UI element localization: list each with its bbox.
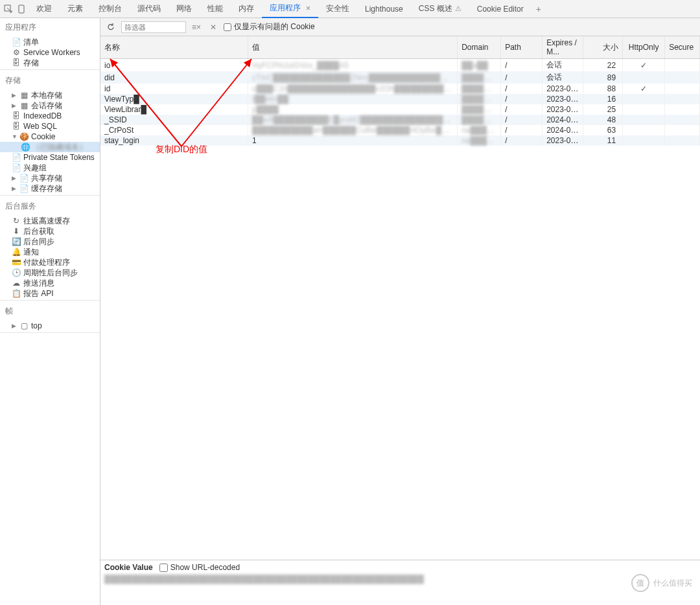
sync-icon: 🔄 xyxy=(12,237,21,246)
sidebar-item-label: 后台同步 xyxy=(23,236,54,247)
cloud-icon: ☁ xyxy=(12,279,21,288)
only-issues-label: 仅显示有问题的 Cookie xyxy=(234,21,315,32)
table-row[interactable]: idu███C1h████████████████v2Oh██████████X… xyxy=(100,84,700,94)
url-decoded-label: Show URL-decoded xyxy=(170,563,240,572)
sidebar-item[interactable]: ▶▦会话存储 xyxy=(0,100,100,111)
table-header-cell[interactable]: 值 xyxy=(248,36,458,59)
sidebar-item[interactable]: 🌐（已隐藏域名） xyxy=(0,142,100,152)
sidebar-item[interactable]: 📄兴趣组 xyxy=(0,163,100,173)
table-cell: / xyxy=(501,135,542,146)
expand-arrow-icon[interactable]: ▶ xyxy=(12,102,17,109)
sidebar-item[interactable]: ⚙Service Workers xyxy=(0,47,100,58)
only-issues-checkbox[interactable]: 仅显示有问题的 Cookie xyxy=(224,21,315,32)
table-row[interactable]: ViewLibrar█p████████████/2023-07-19...25 xyxy=(100,104,700,115)
sidebar-item[interactable]: 🗄Web SQL xyxy=(0,121,100,131)
sidebar-item[interactable]: ⬇后台获取 xyxy=(0,226,100,236)
table-row[interactable]: ViewTyp█t██elin██████████/2023-07-19...1… xyxy=(100,94,700,104)
delete-all-icon[interactable]: ✕ xyxy=(207,21,220,34)
cookie-panel: ≡× ✕ 仅显示有问题的 Cookie 名称值DomainPathExpires… xyxy=(100,18,700,605)
sidebar-item[interactable]: ▶📄共享存储 xyxy=(0,173,100,183)
table-cell: na███r███ xyxy=(458,135,501,146)
tab-6[interactable]: 内存 xyxy=(231,0,262,18)
table-row[interactable]: _CrPoSt███████████aH██████CuBw██████HOyB… xyxy=(100,125,700,135)
url-decoded-checkbox[interactable]: Show URL-decoded xyxy=(159,563,240,572)
table-header-cell[interactable]: Expires / M... xyxy=(542,36,583,59)
expand-arrow-icon[interactable]: ▶ xyxy=(12,92,17,98)
table-header-cell[interactable]: 大小 xyxy=(583,36,623,59)
sidebar-item[interactable]: ▼🍪Cookie xyxy=(0,131,100,142)
sidebar-item[interactable]: 📄清单 xyxy=(0,37,100,47)
sidebar-item[interactable]: ▶📄缓存存储 xyxy=(0,183,100,194)
db-icon: 🗄 xyxy=(12,58,21,67)
expand-arrow-icon[interactable]: ▶ xyxy=(12,323,17,329)
table-cell xyxy=(623,125,665,135)
sidebar-item[interactable]: 🔔通知 xyxy=(0,247,100,257)
table-cell: cTtnC██████████████ZNnc█████████████████… xyxy=(248,71,458,84)
table-row[interactable]: _SSID██w9██████████E█yrsM2██████████████… xyxy=(100,115,700,125)
table-cell xyxy=(665,59,700,72)
table-cell: 88 xyxy=(583,84,623,94)
tab-1[interactable]: 元素 xyxy=(60,0,91,18)
sidebar-item[interactable]: 🕒周期性后台同步 xyxy=(0,268,100,278)
sidebar-item[interactable]: 📋报告 API xyxy=(0,288,100,299)
table-row[interactable]: didcTtnC██████████████ZNnc██████████████… xyxy=(100,71,700,84)
expand-arrow-icon[interactable]: ▶ xyxy=(12,185,17,192)
table-header-cell[interactable]: Secure xyxy=(665,36,700,59)
db-icon: 🗄 xyxy=(12,122,21,131)
tab-0[interactable]: 欢迎 xyxy=(29,0,60,18)
tab-3[interactable]: 源代码 xyxy=(130,0,169,18)
sidebar-item[interactable]: 🗄IndexedDB xyxy=(0,111,100,121)
tab-10[interactable]: CSS 概述⚠ xyxy=(411,0,469,18)
table-row[interactable]: ioHyFCPhUuIGVox_████A5██a██/会话22✓ xyxy=(100,59,700,72)
table-cell xyxy=(623,71,665,84)
tab-7[interactable]: 应用程序× xyxy=(262,0,318,18)
sidebar-item[interactable]: 📄Private State Tokens xyxy=(0,152,100,163)
table-header-cell[interactable]: 名称 xyxy=(100,36,248,59)
table-cell: 2023-07-19... xyxy=(542,104,583,115)
sidebar-item[interactable]: ↻往返高速缓存 xyxy=(0,216,100,226)
add-tab-icon[interactable]: + xyxy=(533,3,544,15)
cookie-icon: 🍪 xyxy=(19,132,29,141)
close-tab-icon[interactable]: × xyxy=(306,4,310,13)
table-cell: / xyxy=(501,84,542,94)
table-cell: 2023-08-23... xyxy=(542,135,583,146)
refresh-icon[interactable] xyxy=(104,21,117,34)
tab-11[interactable]: Cookie Editor xyxy=(469,0,531,18)
sidebar-item-label: 往返高速缓存 xyxy=(23,216,70,227)
sidebar-item[interactable]: ▶▦本地存储 xyxy=(0,90,100,100)
sidebar-item[interactable]: 💳付款处理程序 xyxy=(0,257,100,268)
table-cell xyxy=(665,125,700,135)
table-cell: 会话 xyxy=(542,71,583,84)
device-icon[interactable] xyxy=(16,3,27,15)
table-cell: 16 xyxy=(583,94,623,104)
table-cell: / xyxy=(501,71,542,84)
sidebar-item[interactable]: ☁推送消息 xyxy=(0,278,100,288)
table-cell: HyFCPhUuIGVox_████A5 xyxy=(248,59,458,72)
sidebar-item[interactable]: ▶▢top xyxy=(0,321,100,331)
filter-input[interactable] xyxy=(121,21,186,33)
tab-2[interactable]: 控制台 xyxy=(91,0,130,18)
expand-arrow-icon[interactable]: ▼ xyxy=(12,133,17,140)
table-header-cell[interactable]: Path xyxy=(501,36,542,59)
sidebar-item[interactable]: 🔄后台同步 xyxy=(0,236,100,247)
table-cell: ViewTyp█ xyxy=(100,94,248,104)
table-cell xyxy=(665,115,700,125)
table-row[interactable]: stay_login1na███r███/2023-08-23...11 xyxy=(100,135,700,146)
watermark: 值 什么值得买 xyxy=(631,574,692,592)
tab-4[interactable]: 网络 xyxy=(169,0,200,18)
doc-icon: 📄 xyxy=(12,38,21,47)
expand-arrow-icon[interactable]: ▶ xyxy=(12,175,17,181)
tab-5[interactable]: 性能 xyxy=(200,0,231,18)
globe-icon: 🌐 xyxy=(21,143,30,152)
sidebar-item-label: Cookie xyxy=(31,132,55,141)
clear-filter-icon[interactable]: ≡× xyxy=(190,21,203,34)
doc-icon: 📄 xyxy=(19,184,29,193)
tab-8[interactable]: 安全性 xyxy=(318,0,357,18)
sidebar-item[interactable]: 🗄存储 xyxy=(0,58,100,68)
inspect-icon[interactable] xyxy=(3,3,14,15)
table-cell: 89 xyxy=(583,71,623,84)
table-header-cell[interactable]: Domain xyxy=(458,36,501,59)
table-header-cell[interactable]: HttpOnly xyxy=(623,36,665,59)
table-cell: / xyxy=(501,94,542,104)
tab-9[interactable]: Lighthouse xyxy=(357,0,411,18)
